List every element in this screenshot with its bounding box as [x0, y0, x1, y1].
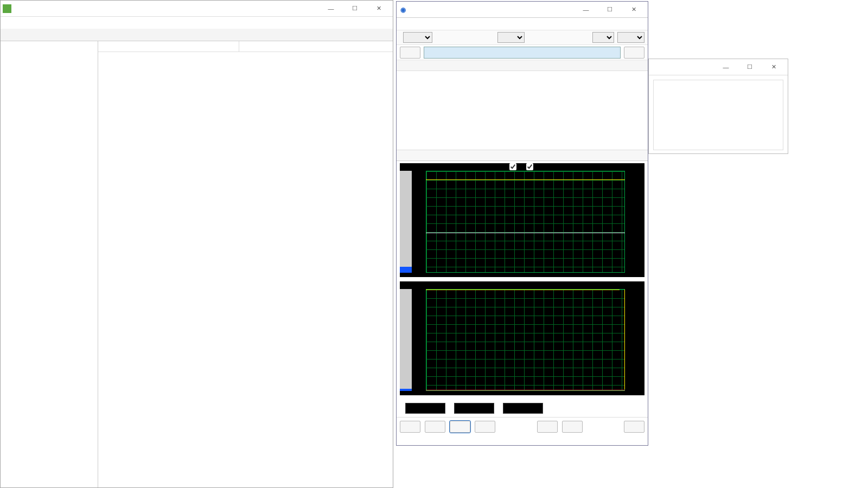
- memory-select[interactable]: [497, 32, 525, 43]
- linx-progress: [424, 47, 621, 59]
- legend-chassis-check[interactable]: [526, 163, 533, 170]
- usage-line-hi: [426, 290, 620, 290]
- usage-legend: [400, 281, 644, 288]
- nav-tree[interactable]: [1, 41, 98, 487]
- linx-window: ◉ — ☐ ✕: [396, 1, 648, 446]
- problem-size-select[interactable]: [403, 32, 432, 43]
- linx-controls: [397, 30, 648, 45]
- aida-app-icon: [3, 4, 11, 13]
- cpuid-button[interactable]: [537, 421, 558, 433]
- save-button[interactable]: [475, 421, 495, 433]
- fan-legend: [400, 163, 644, 171]
- cpu-fan-line: [426, 179, 625, 180]
- linx-close[interactable]: ✕: [622, 2, 646, 17]
- aida-tabs: [1, 29, 393, 41]
- battery-value: [405, 403, 445, 414]
- linx-minimize[interactable]: —: [574, 2, 598, 17]
- linx-results-table: [397, 60, 648, 161]
- times-select[interactable]: [617, 32, 644, 43]
- run-select[interactable]: [592, 32, 614, 43]
- linx-app-icon: ◉: [399, 5, 407, 14]
- usage-drop: [624, 290, 625, 389]
- throttle-line: [426, 390, 625, 390]
- aida64-window: — ☐ ✕: [0, 0, 393, 488]
- linx-menu: [397, 18, 648, 30]
- legend-cpu-check[interactable]: [509, 163, 516, 170]
- start-button[interactable]: [400, 421, 420, 433]
- linx-footer: [397, 400, 648, 417]
- col-field[interactable]: [98, 41, 239, 52]
- usage-bar: [400, 289, 412, 391]
- linx-thead[interactable]: [397, 60, 648, 71]
- clear-button[interactable]: [450, 421, 470, 433]
- ghost-minimize[interactable]: —: [714, 59, 738, 75]
- maximize-button[interactable]: ☐: [343, 1, 367, 16]
- fan-rpm-chart: [400, 163, 644, 277]
- aida-menu: [1, 17, 393, 29]
- linx-start-top[interactable]: [400, 47, 420, 59]
- linx-tbody[interactable]: [397, 71, 648, 150]
- stop-button: [425, 421, 445, 433]
- preferences-button[interactable]: [562, 421, 583, 433]
- aida-titlebar[interactable]: — ☐ ✕: [1, 1, 393, 17]
- column-headers[interactable]: [98, 41, 393, 52]
- ghost-close[interactable]: ✕: [762, 59, 786, 75]
- linx-button-bar: [397, 417, 648, 436]
- cpu-usage-chart: [400, 281, 644, 395]
- linx-titlebar[interactable]: ◉ — ☐ ✕: [397, 2, 648, 18]
- linx-maximize[interactable]: ☐: [598, 2, 622, 17]
- linx-run-bar: [397, 45, 648, 60]
- started-value: [454, 403, 494, 414]
- col-value[interactable]: [239, 41, 393, 52]
- elapsed-value: [503, 403, 543, 414]
- ghost-maximize[interactable]: ☐: [738, 59, 762, 75]
- close-button-dlg[interactable]: [624, 421, 644, 433]
- minimize-button[interactable]: —: [319, 1, 343, 16]
- background-window: — ☐ ✕: [648, 59, 788, 154]
- chassis-fan-line: [426, 233, 625, 233]
- close-button[interactable]: ✕: [367, 1, 391, 16]
- linx-stop-top: [624, 47, 644, 59]
- linx-status-bar: [397, 150, 648, 160]
- property-list[interactable]: [98, 52, 393, 487]
- fan-bar: [400, 171, 412, 273]
